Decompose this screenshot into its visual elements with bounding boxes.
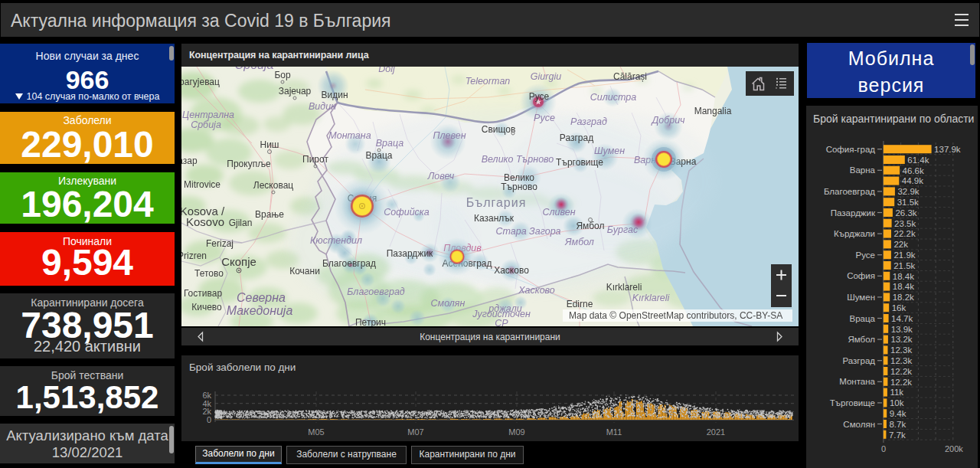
svg-text:Варна: Варна xyxy=(850,165,876,175)
svg-text:Враца: Враца xyxy=(376,138,404,149)
svg-text:Силистра: Силистра xyxy=(590,92,636,103)
svg-text:Разград: Разград xyxy=(570,116,607,127)
svg-text:Пирот: Пирот xyxy=(302,154,328,165)
svg-text:Кочани: Кочани xyxy=(289,266,320,277)
svg-text:12.2k: 12.2k xyxy=(890,367,912,376)
svg-text:13.9k: 13.9k xyxy=(891,325,913,334)
svg-text:Търговище: Търговище xyxy=(556,157,603,168)
svg-text:Русе: Русе xyxy=(529,91,550,102)
svg-text:Търговище: Търговище xyxy=(830,398,875,407)
svg-text:Врање: Врање xyxy=(255,209,284,220)
svg-text:22k: 22k xyxy=(893,240,908,249)
svg-text:11k: 11k xyxy=(890,388,903,397)
svg-text:азар: азар xyxy=(181,155,198,166)
svg-text:61.4k: 61.4k xyxy=(907,155,929,165)
svg-text:Видин: Видин xyxy=(321,90,348,100)
svg-text:Пазарджик: Пазарджик xyxy=(831,208,876,218)
svg-text:Gjilan: Gjilan xyxy=(229,218,253,228)
svg-text:Казанлък: Казанлък xyxy=(474,213,514,224)
svg-text:Edirne: Edirne xyxy=(567,299,593,309)
svg-text:Македонија: Македонија xyxy=(227,304,293,317)
svg-text:Благоевград: Благоевград xyxy=(824,187,875,196)
svg-text:Хасково: Хасково xyxy=(494,265,529,276)
svg-text:13.2k: 13.2k xyxy=(890,335,912,344)
svg-text:Благоевград: Благоевград xyxy=(347,286,405,297)
svg-text:Map data © OpenStreetMap contr: Map data © OpenStreetMap contributors, C… xyxy=(569,310,782,321)
svg-text:14.7k: 14.7k xyxy=(891,314,913,323)
svg-text:Călărași: Călărași xyxy=(613,71,647,82)
svg-text:Централна: Централна xyxy=(182,110,234,120)
svg-text:Прокупље: Прокупље xyxy=(227,159,271,169)
svg-text:Стара Загора: Стара Загора xyxy=(495,226,560,237)
svg-text:M11: M11 xyxy=(606,427,622,437)
svg-text:Монтана: Монтана xyxy=(328,130,371,141)
svg-text:Шумен: Шумен xyxy=(847,293,875,302)
svg-text:Русе: Русе xyxy=(534,113,555,123)
svg-text:0: 0 xyxy=(207,415,211,424)
svg-text:Разград: Разград xyxy=(842,356,875,365)
svg-text:46.6k: 46.6k xyxy=(903,166,924,175)
svg-text:Бор: Бор xyxy=(274,70,291,80)
svg-text:Тетово: Тетово xyxy=(194,268,224,279)
svg-text:Добрич: Добрич xyxy=(650,115,685,126)
svg-text:Србија: Србија xyxy=(235,67,274,71)
svg-text:Сливен: Сливен xyxy=(542,207,575,218)
svg-text:Благоевград: Благоевград xyxy=(322,258,376,269)
svg-text:Mangalia: Mangalia xyxy=(694,106,732,116)
svg-text:32.9k: 32.9k xyxy=(897,187,919,196)
svg-text:Северна: Северна xyxy=(237,291,286,304)
svg-text:София: София xyxy=(847,271,875,280)
svg-text:18.4k: 18.4k xyxy=(893,282,914,291)
svg-text:Ямбол: Ямбол xyxy=(564,237,594,247)
svg-text:21.5k: 21.5k xyxy=(893,261,915,270)
svg-text:Dolj: Dolj xyxy=(378,67,396,74)
svg-text:Монтана: Монтана xyxy=(839,377,875,386)
svg-text:8.7k: 8.7k xyxy=(889,420,906,429)
svg-text:Пазарджик: Пазарджик xyxy=(387,248,433,259)
svg-text:Шумен: Шумен xyxy=(594,146,625,156)
svg-text:18.4k: 18.4k xyxy=(893,272,914,281)
svg-text:Кюстендил: Кюстендил xyxy=(310,235,362,246)
svg-text:26.3k: 26.3k xyxy=(895,208,916,218)
svg-text:Софийска: Софийска xyxy=(384,207,429,218)
svg-text:10k: 10k xyxy=(890,398,904,407)
svg-text:Ловеч: Ловеч xyxy=(427,171,455,182)
svg-text:Видин: Видин xyxy=(309,101,336,112)
svg-text:M09: M09 xyxy=(508,427,524,437)
svg-text:СР: СР xyxy=(495,318,508,326)
svg-text:Ямбол: Ямбол xyxy=(576,221,604,231)
svg-text:Хасково: Хасково xyxy=(518,285,555,296)
svg-text:Разград: Разград xyxy=(560,133,593,143)
svg-text:9.4k: 9.4k xyxy=(890,409,906,418)
svg-text:Кърджали: Кърджали xyxy=(834,229,875,238)
svg-text:Prizren: Prizren xyxy=(181,250,207,261)
svg-text:200k: 200k xyxy=(945,444,963,453)
svg-text:2021: 2021 xyxy=(707,427,725,437)
svg-text:Велико Търново: Велико Търново xyxy=(482,154,554,165)
svg-text:Скопје: Скопје xyxy=(221,255,256,268)
svg-text:Търново: Търново xyxy=(501,182,537,192)
svg-text:Mitrovice: Mitrovice xyxy=(184,179,220,190)
svg-text:12.3k: 12.3k xyxy=(890,345,912,355)
svg-text:Лесковац: Лесковац xyxy=(253,180,294,191)
svg-text:137.9k: 137.9k xyxy=(934,145,961,154)
svg-text:12.2k: 12.2k xyxy=(890,378,912,387)
svg-text:Србија: Србија xyxy=(191,119,221,130)
svg-text:Teleorman: Teleorman xyxy=(466,76,511,87)
svg-text:Бургас: Бургас xyxy=(607,224,639,235)
svg-text:Смолян: Смолян xyxy=(431,298,466,309)
svg-text:Враца: Враца xyxy=(850,314,876,323)
svg-text:M07: M07 xyxy=(407,427,423,437)
svg-text:22.2k: 22.2k xyxy=(894,229,916,238)
svg-text:Крагујевац: Крагујевац xyxy=(181,77,220,87)
svg-text:София-град: София-град xyxy=(826,145,876,154)
svg-text:12.3k: 12.3k xyxy=(890,356,912,365)
svg-text:Кичево: Кичево xyxy=(191,302,222,313)
svg-text:18.2k: 18.2k xyxy=(893,293,914,302)
svg-text:България: България xyxy=(466,196,527,209)
svg-text:Гостивар: Гостивар xyxy=(184,288,222,299)
svg-text:Ferizaj: Ferizaj xyxy=(206,238,234,249)
svg-text:Плевен: Плевен xyxy=(433,130,466,141)
svg-text:Kosovo: Kosovo xyxy=(186,215,224,228)
svg-text:Свищов: Свищов xyxy=(482,124,516,135)
